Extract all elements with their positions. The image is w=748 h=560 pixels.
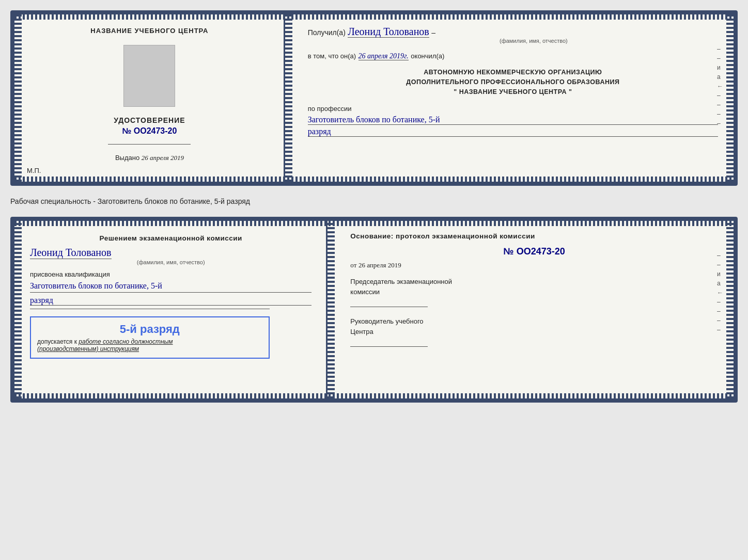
rank-value-2: разряд (30, 296, 311, 306)
recipient-name: Леонид Толованов (348, 26, 429, 38)
center-divider-2 (328, 221, 335, 398)
side-label-dash3: – (717, 92, 723, 99)
right-decoration-1 (726, 14, 734, 182)
recipient-section: Получил(а) Леонид Толованов – (фамилия, … (308, 26, 718, 44)
certify-section: в том, что он(а) 26 апреля 2019г. окончи… (308, 51, 718, 60)
recipient-prefix: Получил(а) (308, 28, 346, 37)
работе-label: работе согласно должностным (79, 338, 173, 345)
certify-prefix: в том, что он(а) (308, 52, 356, 60)
side-label-dash1: – (717, 45, 723, 53)
side-label2-а: а (717, 280, 723, 287)
head-signature-line (350, 338, 428, 347)
side-label-dash5: – (717, 110, 723, 118)
rank-value-1: разряд (308, 127, 718, 137)
doc1-right-panel: Получил(а) Леонид Толованов – (фамилия, … (292, 14, 734, 182)
cert-number: № OO2473-20 (122, 126, 177, 136)
doc2-name: Леонид Толованов (30, 247, 112, 259)
org-section: АВТОНОМНУЮ НЕКОММЕРЧЕСКУЮ ОРГАНИЗАЦИЮ ДО… (308, 68, 718, 97)
side-label-arrow: ← (717, 83, 723, 90)
protocol-number: № OO2473-20 (350, 246, 718, 257)
инструкциям-label: (производственным) инструкциям (37, 345, 139, 353)
basis-title: Основание: протокол экзаменационной коми… (350, 232, 718, 240)
side-label2-и: и (717, 270, 723, 278)
photo-placeholder (123, 45, 175, 107)
side-label-dash6: – (717, 120, 723, 127)
head-label2: Центра (350, 327, 718, 337)
center-divider (285, 14, 292, 182)
chairman-label2: комиссии (350, 287, 718, 297)
profession-label: по профессии (308, 105, 352, 113)
right-side-labels-2: – – и а ← – – – – (717, 252, 723, 333)
certify-suffix: окончил(а) (411, 52, 444, 60)
head-label1: Руководитель учебного (350, 316, 718, 327)
side-label2-dash2: – (717, 261, 723, 268)
assigned-label: присвоена квалификация (30, 270, 311, 278)
page-container: НАЗВАНИЕ УЧЕБНОГО ЦЕНТРА УДОСТОВЕРЕНИЕ №… (10, 10, 738, 403)
chairman-label1: Председатель экзаменационной (350, 277, 718, 287)
side-label-а: а (717, 73, 723, 81)
doc1-left-title: НАЗВАНИЕ УЧЕБНОГО ЦЕНТРА (90, 27, 208, 35)
org-line1: АВТОНОМНУЮ НЕКОММЕРЧЕСКУЮ ОРГАНИЗАЦИЮ (424, 69, 602, 76)
side-label-dash4: – (717, 101, 723, 108)
org-line3: " НАЗВАНИЕ УЧЕБНОГО ЦЕНТРА " (454, 88, 572, 95)
issued-label: Выдано (115, 154, 139, 162)
rank-big: 5-й разряд (37, 323, 262, 336)
org-line2: ДОПОЛНИТЕЛЬНОГО ПРОФЕССИОНАЛЬНОГО ОБРАЗО… (406, 78, 619, 86)
chairman-section: Председатель экзаменационной комиссии (350, 277, 718, 307)
chairman-signature-line (350, 298, 428, 307)
document-card-2: Решением экзаменационной комиссии Леонид… (10, 217, 738, 403)
issued-date: 26 апреля 2019 (142, 154, 184, 162)
допускается-section: допускается к работе согласно должностны… (37, 338, 262, 353)
from-date-value: 26 апреля 2019 (359, 261, 401, 269)
profession-value: Заготовитель блоков по ботанике, 5-й (308, 115, 718, 125)
side-label-dash2: – (717, 55, 723, 62)
side-label2-dash1: – (717, 252, 723, 259)
side-label2-dash5: – (717, 317, 723, 324)
fio-label-1: (фамилия, имя, отчество) (349, 38, 718, 44)
from-label: от (350, 261, 356, 269)
blue-box: 5-й разряд допускается к работе согласно… (30, 316, 270, 359)
side-label-и: и (717, 64, 723, 71)
doc1-left-panel: НАЗВАНИЕ УЧЕБНОГО ЦЕНТРА УДОСТОВЕРЕНИЕ №… (14, 14, 285, 182)
side-label2-dash6: – (717, 326, 723, 333)
допускается-label: допускается к (37, 338, 77, 345)
between-text: Рабочая специальность - Заготовитель бло… (10, 195, 738, 207)
head-section: Руководитель учебного Центра (350, 316, 718, 347)
commission-text: Решением экзаменационной комиссии (30, 233, 311, 244)
qualification-value: Заготовитель блоков по ботанике, 5-й (30, 280, 311, 292)
certify-date: 26 апреля 2019г. (359, 52, 409, 60)
doc2-name-section: Леонид Толованов (фамилия, имя, отчество… (30, 244, 311, 265)
doc2-right-panel: Основание: протокол экзаменационной коми… (335, 221, 734, 398)
side-label2-arrow: ← (717, 289, 723, 296)
from-date-line: от 26 апреля 2019 (350, 261, 718, 269)
profession-section: по профессии Заготовитель блоков по бота… (308, 104, 718, 137)
side-label2-dash3: – (717, 298, 723, 306)
right-side-labels: – – и а ← – – – – (717, 45, 723, 127)
doc2-fio-label: (фамилия, имя, отчество) (30, 259, 311, 265)
issued-line: Выдано 26 апреля 2019 (115, 154, 184, 162)
document-card-1: НАЗВАНИЕ УЧЕБНОГО ЦЕНТРА УДОСТОВЕРЕНИЕ №… (10, 10, 738, 186)
doc2-left-panel: Решением экзаменационной комиссии Леонид… (14, 221, 328, 398)
cert-title: УДОСТОВЕРЕНИЕ (114, 116, 185, 124)
right-decoration-2 (726, 221, 734, 398)
mp-label: М.П. (27, 167, 41, 174)
side-label2-dash4: – (717, 308, 723, 315)
